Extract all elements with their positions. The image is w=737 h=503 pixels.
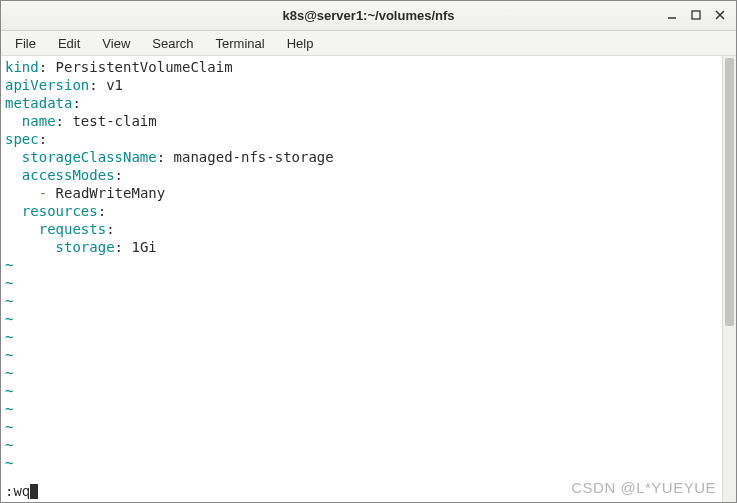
vim-empty-line: ~ [5, 346, 732, 364]
yaml-line: accessModes: [5, 166, 732, 184]
menu-file[interactable]: File [5, 33, 46, 54]
menu-view[interactable]: View [92, 33, 140, 54]
yaml-line: resources: [5, 202, 732, 220]
menu-help[interactable]: Help [277, 33, 324, 54]
vim-empty-line: ~ [5, 274, 732, 292]
yaml-line: requests: [5, 220, 732, 238]
vim-empty-line: ~ [5, 400, 732, 418]
vim-empty-line: ~ [5, 256, 732, 274]
cursor-block [30, 484, 38, 499]
vim-empty-line: ~ [5, 310, 732, 328]
yaml-line: storageClassName: managed-nfs-storage [5, 148, 732, 166]
terminal-content[interactable]: kind: PersistentVolumeClaim apiVersion: … [1, 56, 736, 502]
close-button[interactable] [710, 5, 730, 25]
vim-empty-line: ~ [5, 292, 732, 310]
yaml-line: apiVersion: v1 [5, 76, 732, 94]
yaml-line: metadata: [5, 94, 732, 112]
window-controls [662, 5, 730, 25]
yaml-line: name: test-claim [5, 112, 732, 130]
vim-empty-line: ~ [5, 364, 732, 382]
yaml-line: kind: PersistentVolumeClaim [5, 58, 732, 76]
vim-empty-line: ~ [5, 328, 732, 346]
menubar: File Edit View Search Terminal Help [1, 31, 736, 56]
vim-empty-line: ~ [5, 382, 732, 400]
vim-empty-line: ~ [5, 436, 732, 454]
menu-edit[interactable]: Edit [48, 33, 90, 54]
yaml-line: spec: [5, 130, 732, 148]
maximize-button[interactable] [686, 5, 706, 25]
menu-terminal[interactable]: Terminal [206, 33, 275, 54]
yaml-line: storage: 1Gi [5, 238, 732, 256]
minimize-button[interactable] [662, 5, 682, 25]
window-title: k8s@server1:~/volumes/nfs [282, 8, 454, 23]
vim-command-line[interactable]: :wq [5, 482, 732, 500]
scrollbar-thumb[interactable] [725, 58, 734, 326]
vim-command-text: :wq [5, 482, 30, 500]
vim-empty-line: ~ [5, 418, 732, 436]
scrollbar-track[interactable] [722, 56, 736, 502]
yaml-line: - ReadWriteMany [5, 184, 732, 202]
vim-empty-line: ~ [5, 454, 732, 472]
menu-search[interactable]: Search [142, 33, 203, 54]
svg-rect-1 [692, 11, 700, 19]
window-titlebar: k8s@server1:~/volumes/nfs [1, 1, 736, 31]
